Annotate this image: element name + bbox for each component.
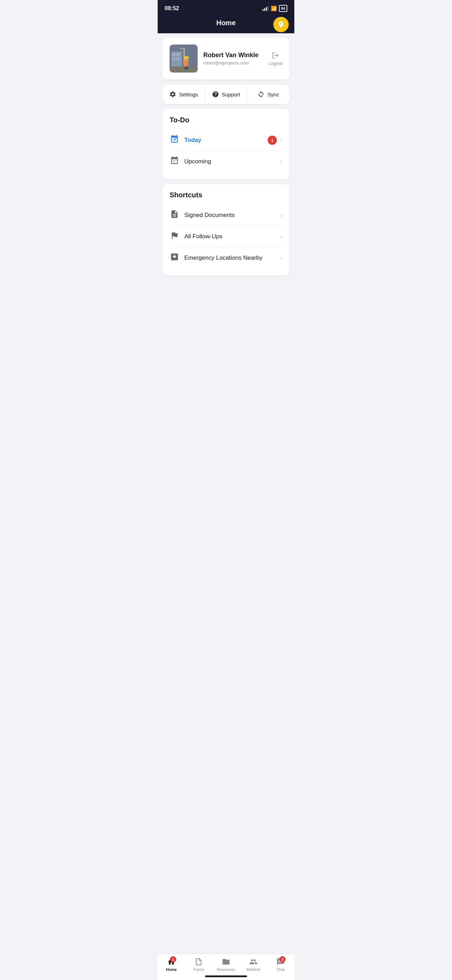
header: Home (158, 16, 294, 33)
wifi-icon: 📶 (271, 6, 277, 11)
emergency-chevron: › (280, 255, 282, 262)
support-button[interactable]: Support (205, 84, 247, 104)
svg-rect-4 (172, 57, 175, 60)
todo-card: To-Do Today 1 › Upcoming › (162, 109, 290, 179)
settings-button[interactable]: Settings (162, 84, 205, 104)
emergency-label: Emergency Locations Nearby (184, 255, 275, 261)
upcoming-chevron: › (280, 158, 282, 165)
today-label: Today (184, 137, 263, 144)
logout-label: Logout (268, 60, 282, 66)
today-icon (170, 135, 180, 146)
followups-chevron: › (280, 233, 282, 240)
status-icons: 📶 94 (263, 5, 287, 12)
upcoming-item[interactable]: Upcoming › (170, 151, 282, 172)
upcoming-label: Upcoming (184, 158, 275, 165)
svg-rect-9 (184, 60, 188, 67)
today-badge: 1 (268, 136, 277, 145)
emergency-locations-item[interactable]: Emergency Locations Nearby › (170, 247, 282, 269)
signed-documents-icon (170, 210, 180, 221)
svg-rect-14 (184, 57, 189, 59)
followups-icon (170, 231, 180, 242)
location-icon (277, 21, 285, 29)
todo-title: To-Do (170, 116, 282, 124)
emergency-icon (170, 252, 180, 264)
logout-icon (272, 51, 279, 59)
status-time: 08:52 (165, 5, 179, 11)
support-icon (212, 91, 219, 98)
sync-icon (258, 91, 264, 98)
svg-rect-8 (170, 66, 197, 73)
status-bar: 08:52 📶 94 (158, 0, 294, 16)
avatar (170, 45, 197, 73)
action-row: Settings Support Sync (162, 84, 290, 104)
sync-button[interactable]: Sync (247, 84, 290, 104)
location-button[interactable] (273, 17, 289, 32)
settings-icon (169, 91, 176, 98)
svg-rect-10 (185, 67, 186, 69)
svg-rect-5 (177, 57, 180, 60)
battery-icon: 94 (279, 5, 287, 12)
svg-rect-7 (180, 48, 185, 49)
svg-rect-2 (172, 53, 175, 56)
support-label: Support (222, 91, 240, 97)
content-area: Robert Van Winkle robert@viprojects.com … (158, 33, 294, 312)
settings-label: Settings (179, 91, 198, 97)
page-title: Home (216, 19, 236, 27)
document-sign-icon (170, 210, 179, 219)
today-item[interactable]: Today 1 › (170, 130, 282, 151)
followups-label: All Follow-Ups (184, 233, 275, 240)
calendar-check-icon (170, 135, 179, 144)
signed-documents-item[interactable]: Signed Documents › (170, 205, 282, 226)
flag-icon (170, 231, 179, 240)
today-right: 1 › (268, 136, 282, 145)
sync-label: Sync (267, 91, 279, 97)
calendar-icon (170, 156, 179, 165)
profile-info: Robert Van Winkle robert@viprojects.com (203, 51, 263, 65)
all-followups-item[interactable]: All Follow-Ups › (170, 226, 282, 247)
logout-button[interactable]: Logout (268, 51, 282, 66)
profile-name: Robert Van Winkle (203, 51, 263, 59)
shortcuts-card: Shortcuts Signed Documents › All Follow-… (162, 184, 290, 275)
svg-rect-15 (183, 61, 185, 62)
svg-rect-3 (177, 53, 180, 56)
signed-documents-chevron: › (280, 212, 282, 219)
shortcuts-title: Shortcuts (170, 191, 282, 199)
svg-rect-11 (187, 67, 188, 69)
upcoming-icon (170, 156, 180, 167)
medical-location-icon (170, 252, 179, 261)
signed-documents-label: Signed Documents (184, 212, 275, 219)
profile-email: robert@viprojects.com (203, 60, 263, 65)
upcoming-right: › (280, 158, 282, 165)
signal-icon (263, 6, 269, 11)
profile-card: Robert Van Winkle robert@viprojects.com … (162, 38, 290, 80)
today-chevron: › (280, 137, 282, 144)
